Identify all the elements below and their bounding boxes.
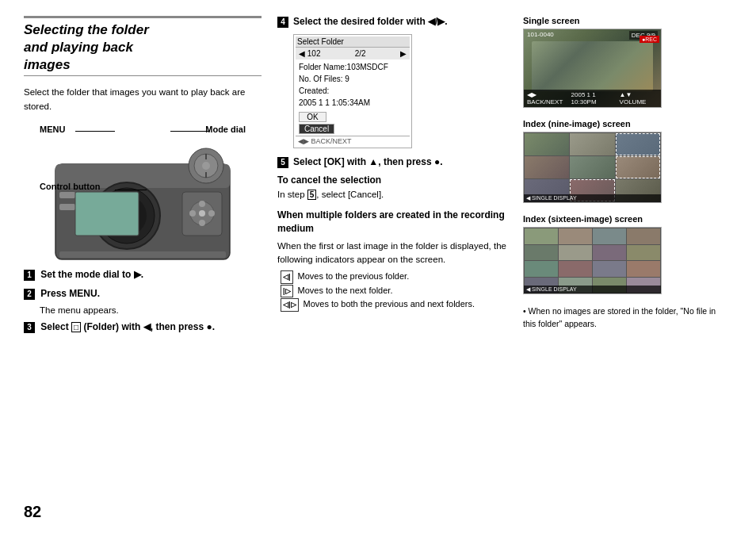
page: Selecting the folder and playing back im…	[0, 0, 756, 533]
cell-6	[559, 245, 592, 261]
single-screen-section: Single screen 101-0040 DEC 9/9 ●REC ◀▶ B…	[523, 16, 721, 108]
camera-svg	[32, 140, 254, 267]
cancel-text: In step 5, select [Cancel].	[277, 188, 507, 201]
folder-title: Select Folder	[297, 37, 344, 46]
screen-topleft: 101-0040	[527, 31, 554, 38]
screen-overlay: ◀▶ BACK/NEXT 2005 1 1 10:30PM ▲▼ VOLUME	[524, 90, 661, 107]
menu-line	[75, 131, 115, 132]
step-3: 3 Select □ (Folder) with ◀, then press ●…	[24, 320, 262, 334]
folder-actions: OK Cancel	[296, 110, 410, 136]
step-2: 2 Press MENU.	[24, 286, 262, 301]
indicator-prev: ◁| Moves to the previous folder.	[281, 270, 507, 284]
grid-cell-1	[525, 133, 569, 155]
index-sixteen-bottom: ◀ SINGLE DISPLAY	[524, 286, 661, 293]
svg-point-15	[199, 201, 205, 207]
cell-11	[593, 261, 626, 277]
folder-bottom: ◀▶ BACK/NEXT	[296, 136, 410, 146]
cell-2	[559, 228, 592, 244]
svg-rect-20	[75, 192, 139, 236]
grid-cell-3	[616, 133, 660, 155]
intro-text: Select the folder that images you want t…	[24, 86, 262, 113]
folder-content: Folder Name:103MSDCF No. Of Files: 9 Cre…	[296, 59, 410, 110]
folder-ok-btn[interactable]: OK	[299, 112, 326, 122]
note-text: • When no images are stored in the folde…	[523, 305, 721, 331]
control-button-label: Control button	[40, 182, 100, 191]
single-screen-label: Single screen	[523, 16, 721, 25]
cell-3	[593, 228, 626, 244]
page-number: 82	[24, 503, 41, 521]
index-nine-section: Index (nine-image) screen ◀ S	[523, 119, 721, 203]
svg-rect-12	[59, 204, 75, 210]
right-column: Single screen 101-0040 DEC 9/9 ●REC ◀▶ B…	[523, 16, 721, 517]
multiple-intro: When the first or last image in the fold…	[277, 240, 507, 267]
multiple-title: When multiple folders are created in the…	[277, 209, 507, 236]
index-nine-label: Index (nine-image) screen	[523, 119, 721, 128]
folder-counter: 2/2	[355, 49, 366, 58]
grid-cell-6	[616, 156, 660, 178]
index-grid-9	[524, 132, 661, 202]
step-2-subtext: The menu appears.	[40, 305, 262, 315]
index-sixteen-section: Index (sixteen-image) screen	[523, 214, 721, 294]
cell-9	[525, 261, 558, 277]
content-area: Selecting the folder and playing back im…	[0, 0, 756, 533]
indicator-both: ◁|▷ Moves to both the previous and next …	[281, 297, 507, 312]
folder-files: No. Of Files: 9	[299, 73, 407, 85]
cell-7	[593, 245, 626, 261]
title-section: Selecting the folder and playing back im…	[24, 16, 262, 76]
select-folder-dialog: Select Folder ◀ 102 2/2 ▶ Folder Name:10…	[293, 34, 412, 148]
cell-10	[559, 261, 592, 277]
svg-rect-21	[59, 251, 226, 258]
folder-nav-right[interactable]: ▶	[400, 49, 407, 58]
single-screen-bg: 101-0040 DEC 9/9 ●REC ◀▶ BACK/NEXT 2005 …	[524, 29, 661, 107]
multiple-section: When multiple folders are created in the…	[277, 209, 507, 312]
svg-point-16	[199, 220, 205, 226]
page-title: Selecting the folder and playing back im…	[24, 21, 262, 74]
camera-diagram: MENU Mode dial	[32, 125, 254, 259]
folder-header: Select Folder	[296, 36, 410, 48]
cancel-section: To cancel the selection In step 5, selec…	[277, 174, 507, 201]
cancel-title: To cancel the selection	[277, 174, 507, 186]
single-screen-image: 101-0040 DEC 9/9 ●REC ◀▶ BACK/NEXT 2005 …	[523, 29, 662, 108]
cell-12	[627, 261, 660, 277]
grid-cell-5	[570, 156, 614, 178]
mid-column: 4 Select the desired folder with ◀/▶. Se…	[277, 16, 523, 517]
folder-name: Folder Name:103MSDCF	[299, 61, 407, 73]
svg-point-19	[199, 210, 205, 217]
svg-point-17	[189, 210, 196, 217]
step-4-text: Select the desired folder with ◀/▶.	[293, 16, 448, 27]
folder-created-label: Created:	[299, 85, 407, 97]
mode-dial-label: Mode dial	[205, 125, 246, 134]
grid-cell-2	[570, 133, 614, 155]
cell-5	[525, 245, 558, 261]
index-nine-image: ◀ SINGLE DISPLAY	[523, 132, 662, 203]
grid-cell-4	[525, 156, 569, 178]
svg-rect-11	[59, 192, 75, 198]
indicator-next: |▷ Moves to the next folder.	[281, 284, 507, 298]
folder-num: ◀ 102	[299, 49, 320, 58]
cell-4	[627, 228, 660, 244]
cell-8	[627, 245, 660, 261]
svg-point-4	[202, 162, 210, 170]
folder-date: 2005 1 1 1:05:34AM	[299, 97, 407, 109]
index-sixteen-image: ◀ SINGLE DISPLAY	[523, 227, 662, 294]
left-column: Selecting the folder and playing back im…	[24, 16, 277, 517]
step-1: 1 Set the mode dial to ▶.	[24, 267, 262, 282]
step-5: 5 Select [OK] with ▲, then press ●.	[277, 156, 507, 168]
index-grid-16	[524, 228, 661, 293]
mode-line	[170, 131, 210, 132]
control-line	[115, 190, 147, 190]
index-sixteen-label: Index (sixteen-image) screen	[523, 214, 721, 224]
svg-point-18	[208, 210, 215, 217]
step-5-text: Select [OK] with ▲, then press ●.	[293, 156, 443, 167]
menu-label: MENU	[40, 125, 65, 134]
index-nine-bottom: ◀ SINGLE DISPLAY	[524, 194, 661, 202]
step-4: 4 Select the desired folder with ◀/▶.	[277, 16, 507, 28]
cell-1	[525, 228, 558, 244]
folder-cancel-btn[interactable]: Cancel	[299, 124, 334, 134]
